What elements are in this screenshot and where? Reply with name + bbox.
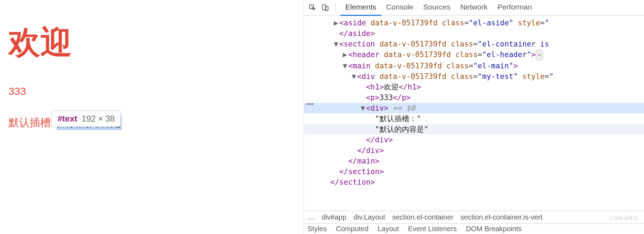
dom-row[interactable]: </div>	[304, 145, 644, 156]
tab-elements[interactable]: Elements	[340, 0, 381, 16]
page-content: 欢迎 333 默认插槽: 默认的内容是 #text 192 × 38	[0, 0, 304, 234]
subtab-item[interactable]: Computed	[336, 225, 368, 233]
inspect-element-icon[interactable]	[308, 3, 317, 13]
dom-row[interactable]: </div>	[304, 135, 644, 145]
page-number: 333	[8, 85, 295, 97]
subtab-item[interactable]: DOM Breakpoints	[466, 225, 522, 233]
dom-row[interactable]: <h1>欢迎</h1>	[304, 82, 644, 92]
breadcrumb-item[interactable]: section.el-container.is-vert	[460, 213, 542, 221]
slot-label: 默认插槽:	[8, 116, 54, 130]
dom-row[interactable]: </section>	[304, 166, 644, 177]
dom-row[interactable]: ▼<div data-v-051739fd class="my-test" st…	[304, 71, 644, 82]
dom-row[interactable]: <p>333</p>	[304, 92, 644, 103]
breadcrumb-item[interactable]: div#app	[322, 213, 346, 221]
device-toggle-icon[interactable]	[320, 3, 330, 13]
subtab-item[interactable]: Styles	[308, 225, 327, 233]
tooltip-node-name: #text	[58, 114, 77, 124]
inspect-tooltip: #text 192 × 38	[52, 111, 121, 127]
dom-row[interactable]: ▼<div> == $0	[304, 103, 644, 113]
tab-network[interactable]: Network	[455, 0, 493, 16]
breadcrumb-item[interactable]: div.Layout	[353, 213, 385, 221]
breadcrumb-item[interactable]: section.el-container	[392, 213, 453, 221]
page-heading: 欢迎	[8, 21, 295, 64]
subtab-item[interactable]: Event Listeners	[408, 225, 457, 233]
row-actions-icon[interactable]: •••	[306, 100, 314, 108]
tooltip-dimensions: 192 × 38	[82, 114, 115, 124]
dom-row[interactable]: "默认插槽："	[304, 113, 644, 124]
styles-subtabs[interactable]: StylesComputedLayoutEvent ListenersDOM B…	[304, 223, 644, 234]
devtools-tabs: ElementsConsoleSourcesNetworkPerforman	[340, 0, 537, 16]
watermark: CSDN @果冻~	[610, 215, 640, 221]
dom-row[interactable]: ▶<header data-v-051739fd class="el-heade…	[304, 49, 644, 61]
dom-row[interactable]: "默认的内容是"	[304, 124, 644, 135]
subtab-item[interactable]: Layout	[378, 225, 399, 233]
devtools-panel: ElementsConsoleSourcesNetworkPerforman ▶…	[304, 0, 644, 234]
tab-sources[interactable]: Sources	[418, 0, 455, 16]
dom-row[interactable]: ▼<main data-v-051739fd class="el-main">	[304, 61, 644, 71]
tab-console[interactable]: Console	[381, 0, 418, 16]
tab-performan[interactable]: Performan	[493, 0, 537, 16]
devtools-toolbar: ElementsConsoleSourcesNetworkPerforman	[304, 0, 644, 16]
dom-row[interactable]: </section>	[304, 177, 644, 187]
breadcrumb-item[interactable]: …	[308, 213, 315, 221]
dom-row[interactable]: ▼<section data-v-051739fd class="el-cont…	[304, 39, 644, 49]
toolbar-separator	[335, 3, 335, 13]
breadcrumb-bar[interactable]: …div#appdiv.Layoutsection.el-containerse…	[304, 211, 644, 223]
dom-row[interactable]: </aside>	[304, 28, 644, 39]
dom-row[interactable]: ▶<aside data-v-051739fd class="el-aside"…	[304, 18, 644, 28]
dom-row[interactable]: </main>	[304, 156, 644, 166]
dom-tree[interactable]: ▶<aside data-v-051739fd class="el-aside"…	[304, 16, 644, 211]
